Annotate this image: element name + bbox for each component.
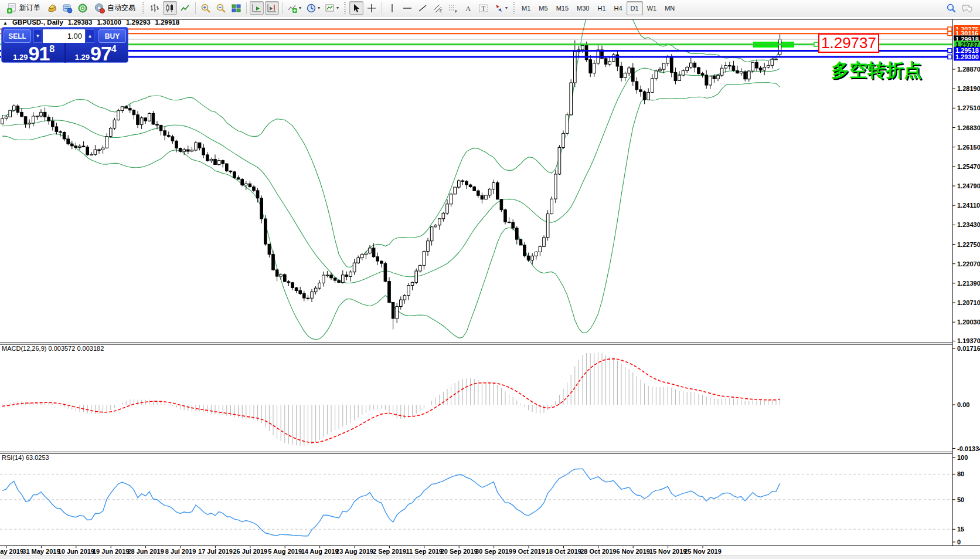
- text-label-button[interactable]: T: [477, 1, 491, 15]
- timeframe-w1-button[interactable]: W1: [643, 1, 661, 15]
- svg-text:15: 15: [957, 526, 964, 533]
- tile-windows-icon: [231, 3, 241, 13]
- toolbar-separator: [195, 2, 196, 14]
- periods-button[interactable]: ▾: [304, 1, 322, 15]
- autotrading-icon: [94, 3, 105, 13]
- dropdown-arrow-icon: ▾: [336, 5, 339, 11]
- buy-price-big: 97: [90, 46, 111, 62]
- zoom-in-button[interactable]: [199, 1, 213, 15]
- cursor-icon: [351, 3, 362, 13]
- sell-button[interactable]: SELL: [4, 29, 31, 43]
- chart-shift-button[interactable]: [265, 1, 279, 15]
- svg-text:E: E: [440, 9, 443, 13]
- fibonacci-icon: F: [448, 3, 458, 13]
- annotation-note[interactable]: 多空转折点: [831, 58, 922, 83]
- svg-text:1.24110: 1.24110: [957, 202, 980, 209]
- svg-text:8 Jul 2019: 8 Jul 2019: [165, 548, 196, 555]
- svg-text:1.25470: 1.25470: [957, 163, 980, 170]
- chat-icon[interactable]: [961, 3, 973, 13]
- svg-text:100: 100: [957, 454, 968, 461]
- toolbar-separator: [382, 2, 382, 14]
- trendline-icon: [417, 3, 428, 13]
- search-icon[interactable]: [946, 3, 957, 13]
- market-watch-button[interactable]: [45, 1, 59, 15]
- buy-button[interactable]: BUY: [98, 29, 126, 43]
- timeframe-h4-button[interactable]: H4: [610, 1, 627, 15]
- arrows-button[interactable]: ▾: [492, 1, 509, 15]
- crosshair-icon: [366, 3, 377, 13]
- vertical-line-button[interactable]: [385, 1, 399, 15]
- svg-text:25 Nov 2019: 25 Nov 2019: [684, 548, 722, 555]
- svg-text:1.28870: 1.28870: [957, 66, 980, 73]
- autotrading-label: 自动交易: [107, 3, 135, 13]
- svg-text:1.22070: 1.22070: [957, 260, 980, 267]
- timeframe-m15-button[interactable]: M15: [552, 1, 573, 15]
- svg-text:1.20030: 1.20030: [957, 319, 980, 326]
- navigator-button[interactable]: [76, 1, 90, 15]
- volume-down-button[interactable]: ▼: [33, 29, 42, 43]
- auto-scroll-icon: [251, 3, 262, 13]
- buy-price[interactable]: 1.29 97 4: [66, 43, 127, 63]
- navigator-icon: [77, 3, 88, 13]
- timeframe-d1-button[interactable]: D1: [627, 1, 643, 15]
- autotrading-button[interactable]: 自动交易: [91, 1, 139, 15]
- chart-title-row: ▲ GBPUSD-, Daily 1.29383 1.30100 1.29293…: [3, 19, 179, 26]
- tile-windows-button[interactable]: [229, 1, 243, 15]
- timeframe-m30-button[interactable]: M30: [573, 1, 593, 15]
- new-order-button[interactable]: 新订单: [3, 1, 44, 15]
- templates-button[interactable]: ▾: [323, 1, 341, 15]
- timeframe-h1-button[interactable]: H1: [593, 1, 610, 15]
- text-button[interactable]: A: [461, 1, 475, 15]
- fibonacci-button[interactable]: F: [446, 1, 460, 15]
- price-axis: 1.288701.281901.275101.268301.261501.254…: [952, 66, 980, 344]
- chart-shift-icon: [267, 3, 277, 13]
- zoom-out-button[interactable]: [214, 1, 228, 15]
- svg-text:F: F: [455, 9, 457, 13]
- dropdown-arrow-icon: ▾: [318, 5, 320, 11]
- new-order-label: 新订单: [19, 3, 40, 13]
- svg-text:19 Jun 2019: 19 Jun 2019: [93, 548, 129, 555]
- line-chart-button[interactable]: [178, 1, 192, 15]
- volume-up-button[interactable]: ▲: [86, 29, 94, 43]
- periods-clock-icon: [306, 3, 317, 13]
- vertical-line-icon: [387, 3, 397, 13]
- ohlc-low: 1.29293: [126, 19, 151, 26]
- auto-scroll-button[interactable]: [250, 1, 264, 15]
- timeframe-m5-button[interactable]: M5: [535, 1, 552, 15]
- data-window-button[interactable]: [60, 1, 74, 15]
- rsi-axis: 1008050150: [952, 454, 968, 546]
- candlestick-chart-button[interactable]: [163, 1, 177, 15]
- arrows-icon: [494, 3, 504, 13]
- horizontal-line-icon: [402, 3, 413, 13]
- cursor-button[interactable]: [349, 1, 363, 15]
- indicators-button[interactable]: ▾: [285, 1, 303, 15]
- timeframe-mn-button[interactable]: MN: [661, 1, 679, 15]
- volume-input[interactable]: 1.00: [43, 29, 85, 43]
- chart-title: GBPUSD-, Daily: [12, 19, 63, 26]
- sell-price-prefix: 1.29: [13, 53, 28, 62]
- trendline-button[interactable]: [416, 1, 430, 15]
- bar-chart-button[interactable]: [148, 1, 162, 15]
- text-label-icon: T: [478, 3, 489, 13]
- horizontal-line-button[interactable]: [400, 1, 414, 15]
- channel-icon: E: [433, 3, 443, 13]
- toolbar-grip: [142, 2, 144, 14]
- new-order-icon: [6, 3, 17, 13]
- buy-price-prefix: 1.29: [75, 53, 90, 62]
- timeframe-group: M1M5M15M30H1H4D1W1MN: [518, 1, 679, 15]
- data-window-icon: [62, 3, 73, 13]
- crosshair-button[interactable]: [365, 1, 379, 15]
- sell-price[interactable]: 1.29 91 8: [4, 43, 66, 63]
- svg-text:5 Aug 2019: 5 Aug 2019: [268, 548, 302, 555]
- svg-text:-0.013348: -0.013348: [957, 445, 980, 452]
- svg-text:2 May 2019: 2 May 2019: [0, 548, 23, 555]
- macd-indicator-label: MACD(12,26,9) 0.003572 0.003182: [2, 345, 104, 352]
- timeframe-m1-button[interactable]: M1: [518, 1, 535, 15]
- svg-text:1.23430: 1.23430: [957, 221, 980, 228]
- price-callout-label[interactable]: 1.29737: [818, 33, 879, 53]
- svg-text:2 Sep 2019: 2 Sep 2019: [373, 548, 406, 555]
- trade-panel-controls: SELL ▼ 1.00 ▲ BUY: [4, 29, 126, 43]
- channel-button[interactable]: E: [431, 1, 445, 15]
- zoom-out-icon: [216, 3, 226, 13]
- collapse-chart-icon[interactable]: ▲: [3, 21, 8, 26]
